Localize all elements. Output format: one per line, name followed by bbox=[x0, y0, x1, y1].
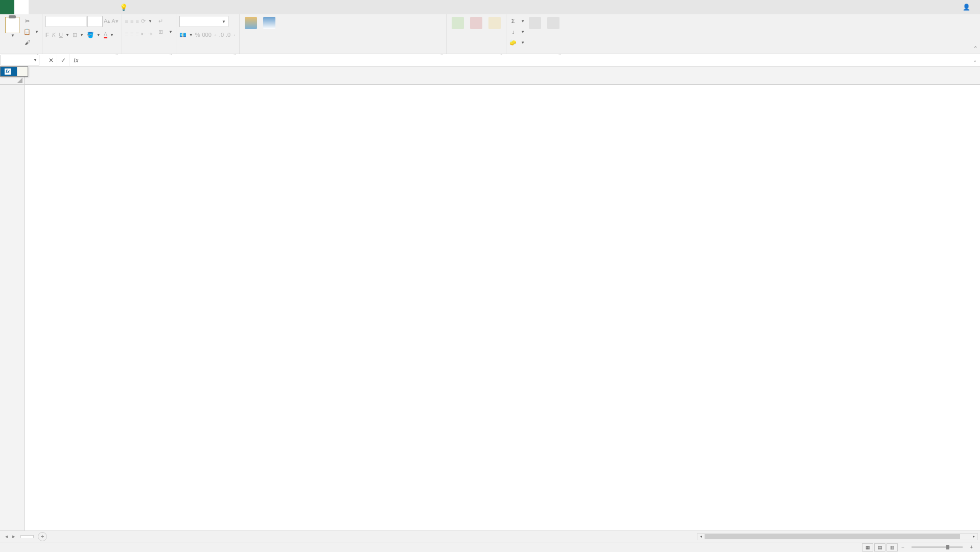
group-label-alignment bbox=[125, 52, 173, 54]
paste-icon bbox=[5, 17, 19, 33]
cancel-formula-button[interactable]: ✕ bbox=[45, 54, 57, 66]
zoom-slider[interactable] bbox=[912, 546, 963, 548]
find-select-button[interactable] bbox=[545, 16, 562, 31]
group-label-font bbox=[45, 52, 119, 54]
underline-button[interactable]: U▼ bbox=[59, 30, 69, 40]
ribbon-tab-data[interactable] bbox=[72, 0, 86, 14]
brush-icon: 🖌 bbox=[24, 39, 31, 46]
format-icon bbox=[488, 17, 501, 29]
border-button[interactable]: ⊞▼ bbox=[73, 30, 84, 40]
normal-view-button[interactable]: ▦ bbox=[862, 543, 873, 551]
decrease-indent-button[interactable]: ⇤ bbox=[141, 29, 146, 39]
font-color-button[interactable]: A▼ bbox=[104, 30, 114, 40]
align-right-button[interactable]: ≡ bbox=[135, 29, 138, 39]
bold-button[interactable]: F bbox=[45, 30, 49, 40]
autocomplete-description bbox=[17, 67, 28, 76]
chevron-down-icon: ▼ bbox=[11, 33, 15, 38]
clear-button[interactable]: 🧽▼ bbox=[509, 37, 525, 48]
tell-me-search[interactable]: 💡 bbox=[120, 0, 131, 14]
sheet-tab[interactable] bbox=[20, 535, 34, 538]
page-break-view-button[interactable]: ▥ bbox=[886, 543, 898, 551]
fill-down-icon: ↓ bbox=[509, 28, 517, 35]
autosum-button[interactable]: Σ▼ bbox=[509, 16, 525, 26]
group-label-cells bbox=[450, 52, 503, 54]
scroll-thumb[interactable] bbox=[705, 534, 960, 539]
sheet-nav-last-icon[interactable]: ▸ bbox=[12, 533, 15, 540]
scroll-right-icon[interactable]: ▸ bbox=[970, 534, 977, 540]
merge-icon: ⊞ bbox=[157, 28, 165, 35]
lightbulb-icon: 💡 bbox=[120, 4, 128, 11]
new-sheet-button[interactable]: + bbox=[38, 532, 47, 541]
file-tab[interactable] bbox=[0, 0, 14, 14]
expand-formula-bar-button[interactable]: ⌄ bbox=[970, 54, 980, 66]
align-bottom-button[interactable]: ≡ bbox=[135, 16, 138, 26]
scissors-icon: ✂ bbox=[24, 17, 31, 25]
font-size-combo[interactable] bbox=[87, 16, 103, 27]
sheet-nav-first-icon[interactable]: ◂ bbox=[5, 533, 8, 540]
align-center-button[interactable]: ≡ bbox=[130, 29, 133, 39]
collapse-ribbon-button[interactable]: ⌃ bbox=[973, 45, 977, 51]
share-button[interactable]: 👤 bbox=[955, 0, 980, 14]
ribbon-tab-formulas[interactable] bbox=[57, 0, 72, 14]
format-painter-button[interactable]: 🖌 bbox=[24, 37, 39, 48]
autocomplete-item[interactable]: fx bbox=[1, 67, 17, 76]
decrease-font-button[interactable]: A▾ bbox=[111, 16, 118, 26]
sort-icon bbox=[529, 17, 541, 29]
copy-button[interactable]: 📋▼ bbox=[24, 27, 39, 37]
enter-formula-button[interactable]: ✓ bbox=[57, 54, 69, 66]
zoom-out-button[interactable]: − bbox=[901, 544, 904, 550]
merge-center-button[interactable]: ⊞▼ bbox=[157, 27, 173, 37]
decrease-decimal-button[interactable]: .0→ bbox=[226, 30, 236, 40]
group-label-styles bbox=[243, 52, 443, 54]
increase-font-button[interactable]: A▴ bbox=[104, 16, 110, 26]
fx-icon: fx bbox=[5, 68, 11, 75]
insert-icon bbox=[452, 17, 464, 29]
wrap-text-button[interactable]: ↵ bbox=[157, 16, 173, 26]
sort-filter-button[interactable] bbox=[527, 16, 543, 31]
comma-button[interactable]: 000 bbox=[202, 30, 212, 40]
formula-input[interactable] bbox=[83, 54, 970, 66]
format-as-table-button[interactable] bbox=[261, 16, 277, 31]
zoom-in-button[interactable]: + bbox=[970, 544, 973, 550]
fill-button[interactable]: ↓▼ bbox=[509, 27, 525, 37]
currency-button[interactable]: 💶▼ bbox=[179, 30, 193, 40]
ribbon-tab-layout[interactable] bbox=[43, 0, 57, 14]
format-cells-button[interactable] bbox=[486, 16, 503, 31]
number-format-combo[interactable]: ▼ bbox=[179, 16, 228, 27]
formula-autocomplete[interactable]: fx bbox=[0, 66, 28, 77]
wrap-icon: ↵ bbox=[157, 17, 165, 25]
orientation-button[interactable]: ⟳▼ bbox=[141, 16, 152, 26]
italic-button[interactable]: K bbox=[52, 30, 56, 40]
align-top-button[interactable]: ≡ bbox=[125, 16, 128, 26]
scroll-left-icon[interactable]: ◂ bbox=[697, 534, 705, 540]
name-box[interactable]: ▼ bbox=[1, 55, 39, 65]
fill-color-button[interactable]: 🪣▼ bbox=[87, 30, 101, 40]
font-name-combo[interactable] bbox=[45, 16, 86, 27]
increase-indent-button[interactable]: ⇥ bbox=[148, 29, 152, 39]
insert-cells-button[interactable] bbox=[450, 16, 466, 31]
find-icon bbox=[547, 17, 559, 29]
chevron-down-icon: ▼ bbox=[35, 30, 39, 34]
conditional-formatting-button[interactable] bbox=[243, 16, 259, 31]
sigma-icon: Σ bbox=[509, 17, 517, 25]
page-layout-view-button[interactable]: ▤ bbox=[874, 543, 885, 551]
group-label-clipboard bbox=[3, 52, 39, 54]
share-icon: 👤 bbox=[963, 4, 970, 11]
eraser-icon: 🧽 bbox=[509, 39, 517, 46]
insert-function-button[interactable]: fx bbox=[69, 54, 83, 66]
group-label-number bbox=[179, 52, 236, 54]
horizontal-scrollbar[interactable]: ◂ ▸ bbox=[697, 533, 978, 540]
copy-icon: 📋 bbox=[24, 28, 31, 35]
cut-button[interactable]: ✂ bbox=[24, 16, 39, 26]
ribbon-tab-view[interactable] bbox=[100, 0, 114, 14]
percent-button[interactable]: % bbox=[195, 30, 200, 40]
align-left-button[interactable]: ≡ bbox=[125, 29, 128, 39]
ribbon-tab-review[interactable] bbox=[86, 0, 100, 14]
group-label-editing bbox=[509, 52, 562, 54]
increase-decimal-button[interactable]: ←.0 bbox=[214, 30, 224, 40]
ribbon-tab-insert[interactable] bbox=[29, 0, 43, 14]
paste-button[interactable]: ▼ bbox=[3, 16, 21, 39]
align-middle-button[interactable]: ≡ bbox=[130, 16, 133, 26]
ribbon-tab-start[interactable] bbox=[14, 0, 29, 14]
delete-cells-button[interactable] bbox=[468, 16, 484, 31]
